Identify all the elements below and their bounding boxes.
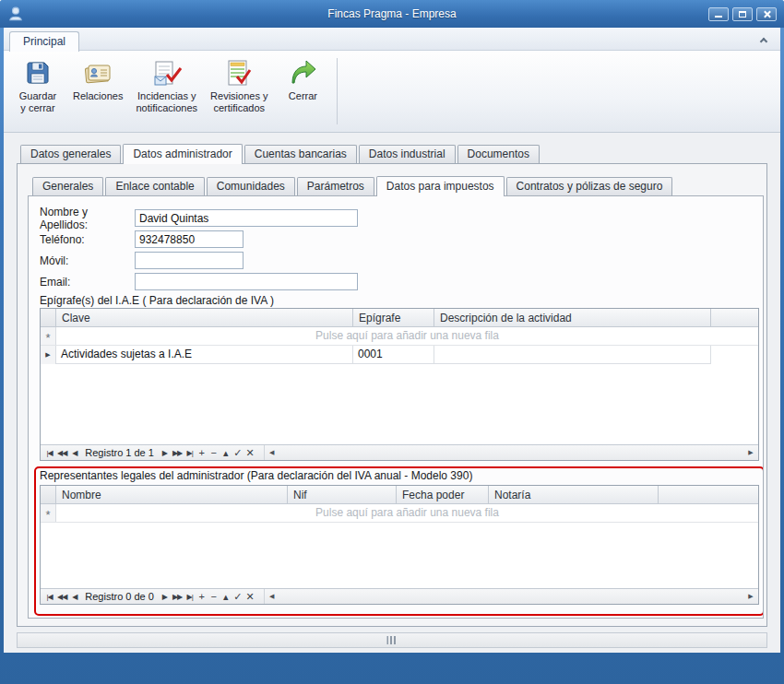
email-input[interactable] [135, 273, 358, 290]
grid-row[interactable]: ▶ Actividades sujetas a I.A.E 0001 [41, 346, 758, 364]
tab-enlace-contable[interactable]: Enlace contable [105, 177, 204, 195]
row-indicator-header [41, 486, 56, 503]
nav-endedit-button[interactable]: ✓ [232, 591, 244, 603]
grid-empty-area[interactable] [41, 364, 758, 444]
restore-icon [739, 11, 746, 18]
relaciones-button[interactable]: Relaciones [67, 54, 128, 130]
new-row-indicator: * [41, 504, 56, 522]
new-row-icon: * [45, 511, 50, 520]
email-label: Email: [40, 276, 135, 289]
nav-prev-button[interactable]: ◀ [68, 593, 80, 601]
column-header-epigrafe[interactable]: Epígrafe [353, 309, 434, 326]
row-indicator: ▶ [41, 346, 56, 364]
grid-horizontal-scrollbar[interactable]: ◀ ▶ [264, 445, 758, 460]
new-row[interactable]: * Pulse aquí para añadir una nueva fila [41, 504, 758, 523]
nav-first-button[interactable]: |◀ [43, 593, 55, 601]
nav-next-page-button[interactable]: ▶▶ [171, 593, 184, 601]
tab-parametros[interactable]: Parámetros [297, 177, 374, 195]
tab-cuentas-bancarias[interactable]: Cuentas bancarias [244, 145, 357, 163]
tab-contratos-polizas[interactable]: Contratos y pólizas de seguro [506, 177, 673, 195]
scroll-left-icon[interactable]: ◀ [265, 593, 279, 600]
nav-canceledit-button[interactable]: ✕ [244, 591, 255, 603]
app-window: Fincas Pragma - Empresa Principal [0, 0, 784, 684]
nav-delete-button[interactable]: − [208, 591, 220, 602]
button-label: Cerrar [289, 90, 317, 102]
restore-button[interactable] [732, 7, 753, 21]
new-row-hint[interactable]: Pulse aquí para añadir una nueva fila [56, 327, 758, 345]
tab-datos-industrial[interactable]: Datos industrial [359, 145, 456, 163]
tab-datos-generales[interactable]: Datos generales [20, 145, 121, 163]
nav-prev-page-button[interactable]: ◀◀ [55, 449, 68, 457]
revisiones-button[interactable]: Revisiones y certificados [205, 54, 273, 130]
nav-append-button[interactable]: + [196, 447, 208, 458]
row-indicator-header [41, 309, 56, 326]
column-header-fecha-poder[interactable]: Fecha poder [397, 486, 489, 503]
nombre-apellidos-input[interactable] [135, 209, 358, 227]
nav-next-button[interactable]: ▶ [159, 449, 171, 457]
grid-horizontal-scrollbar[interactable]: ◀ ▶ [264, 589, 758, 604]
cell-epigrafe[interactable]: 0001 [353, 346, 434, 364]
telefono-input[interactable] [135, 230, 244, 248]
incidencias-button[interactable]: Incidencias y notificaciones [130, 54, 203, 130]
nav-next-page-button[interactable]: ▶▶ [171, 449, 184, 457]
new-row[interactable]: * Pulse aquí para añadir una nueva fila [41, 327, 758, 346]
nav-edit-button[interactable]: ▴ [220, 447, 232, 459]
representantes-grid: Nombre Nif Fecha poder Notaría * Pulse a… [40, 485, 759, 605]
scroll-left-icon[interactable]: ◀ [265, 449, 279, 456]
scrollbar-track[interactable] [279, 589, 743, 604]
scroll-right-icon[interactable]: ▶ [743, 593, 758, 600]
nav-last-button[interactable]: ▶| [184, 593, 196, 601]
ribbon-tab-principal[interactable]: Principal [9, 31, 79, 52]
nav-endedit-button[interactable]: ✓ [232, 447, 244, 459]
cerrar-button[interactable]: Cerrar [275, 54, 330, 130]
tab-documentos[interactable]: Documentos [457, 145, 540, 163]
tab-comunidades[interactable]: Comunidades [207, 177, 295, 195]
nav-edit-button[interactable]: ▴ [220, 591, 232, 603]
titlebar: Fincas Pragma - Empresa [0, 0, 784, 28]
guardar-y-cerrar-button[interactable]: Guardar y cerrar [10, 54, 65, 130]
column-header-nombre[interactable]: Nombre [56, 486, 288, 503]
column-header-nif[interactable]: Nif [288, 486, 397, 503]
nav-append-button[interactable]: + [196, 591, 208, 602]
ribbon-collapse-button[interactable] [756, 33, 771, 46]
scrollbar-track[interactable] [279, 445, 743, 460]
tab-generales[interactable]: Generales [32, 177, 103, 195]
ribbon-tab-row: Principal [4, 28, 780, 50]
window-body: Principal Guardar y [4, 28, 780, 653]
new-row-hint[interactable]: Pulse aquí para añadir una nueva fila [56, 504, 758, 522]
nav-prev-button[interactable]: ◀ [68, 449, 80, 457]
form-horizontal-scrollbar[interactable] [17, 632, 767, 648]
button-label: Incidencias y [137, 90, 196, 102]
cell-descripcion[interactable] [434, 346, 711, 364]
column-header-descripcion[interactable]: Descripción de la actividad [434, 309, 711, 326]
nav-last-button[interactable]: ▶| [184, 449, 196, 457]
record-count-label: Registro 1 de 1 [85, 447, 154, 458]
button-label: Guardar [19, 90, 56, 102]
column-header-notaria[interactable]: Notaría [489, 486, 659, 503]
button-label: Relaciones [73, 90, 123, 102]
column-header-clave[interactable]: Clave [56, 309, 353, 326]
movil-input[interactable] [135, 252, 244, 269]
representantes-section-title: Representantes legales del administrador… [40, 469, 759, 483]
certificates-icon [224, 58, 254, 88]
nav-delete-button[interactable]: − [208, 447, 220, 458]
nav-prev-page-button[interactable]: ◀◀ [55, 593, 68, 601]
grid-empty-area[interactable] [41, 523, 758, 588]
scrollbar-grip-icon[interactable] [387, 636, 398, 644]
close-button[interactable] [756, 7, 777, 21]
client-area: Datos generales Datos administrador Cuen… [4, 133, 780, 653]
nav-canceledit-button[interactable]: ✕ [244, 447, 255, 459]
cell-clave[interactable]: Actividades sujetas a I.A.E [56, 346, 353, 364]
tab-datos-para-impuestos[interactable]: Datos para impuestos [376, 176, 505, 196]
tab-datos-administrador[interactable]: Datos administrador [123, 144, 242, 164]
nav-next-button[interactable]: ▶ [159, 593, 171, 601]
minimize-button[interactable] [708, 7, 729, 21]
ribbon-toolbar: Guardar y cerrar Relaciones [4, 50, 780, 133]
representantes-grid-navigator: |◀ ◀◀ ◀ Registro 0 de 0 ▶ ▶▶ ▶| + − ▴ ✓ [41, 588, 758, 604]
sub-tab-page: Nombre y Apellidos: Teléfono: Móvil: Ema… [28, 195, 764, 619]
nav-first-button[interactable]: |◀ [43, 449, 55, 457]
save-icon [23, 58, 53, 88]
row-arrow-icon: ▶ [45, 351, 50, 359]
column-header-empty [659, 486, 758, 503]
scroll-right-icon[interactable]: ▶ [743, 449, 758, 456]
